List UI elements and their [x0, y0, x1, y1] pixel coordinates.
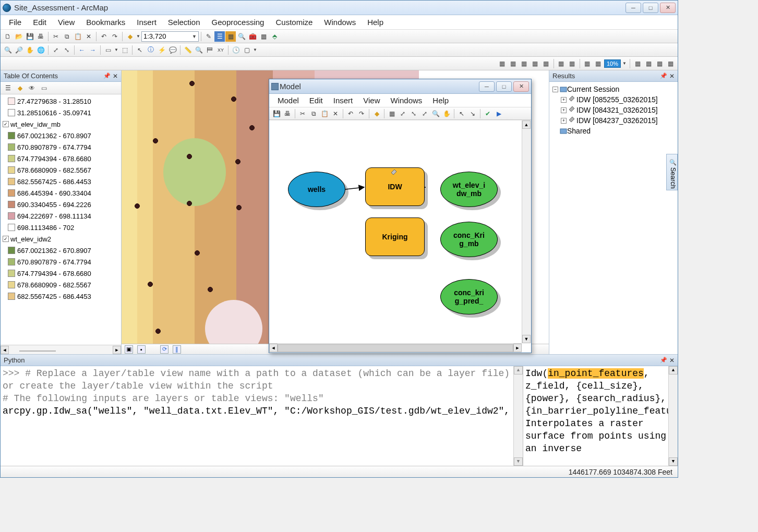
model-minimize-button[interactable]: ─ — [479, 81, 495, 92]
expand-icon[interactable]: + — [561, 107, 567, 113]
measure-icon[interactable]: 📏 — [183, 45, 193, 55]
model-titlebar[interactable]: Model ─ □ ✕ — [269, 79, 531, 94]
menu-customize[interactable]: Customize — [270, 16, 318, 28]
scroll-down-icon[interactable]: ▼ — [669, 457, 678, 466]
print-icon[interactable]: 🖶 — [35, 31, 46, 42]
search-window-icon[interactable]: 🔍 — [236, 31, 247, 42]
list-by-selection-icon[interactable]: ▭ — [39, 83, 49, 93]
connect-tool-icon[interactable]: ↘ — [467, 108, 478, 119]
ia-btn-3[interactable]: ▦ — [519, 58, 530, 69]
editor-toolbar-icon[interactable]: ✎ — [203, 31, 214, 42]
fixed-zoom-out-icon[interactable]: ⤢ — [419, 108, 430, 119]
run-model-icon[interactable]: ▶ — [494, 108, 504, 119]
ia-btn-4[interactable]: ▦ — [530, 58, 540, 69]
menu-edit[interactable]: Edit — [28, 16, 52, 28]
model-tool-kriging[interactable]: Kriging — [365, 217, 425, 256]
model-paste-icon[interactable]: 📋 — [319, 108, 330, 119]
back-extent-icon[interactable]: ← — [77, 45, 87, 55]
model-output-krig[interactable]: conc_Kri g_mb — [440, 222, 498, 257]
ia-btn-8[interactable]: ▦ — [582, 58, 593, 69]
toc-class[interactable]: 690.3340455 - 694.2226 — [1, 199, 121, 210]
results-item[interactable]: + IDW [085255_03262015] — [552, 94, 675, 105]
toc-class[interactable]: 674.7794394 - 678.6680 — [1, 268, 121, 279]
ia-btn-5[interactable]: ▦ — [541, 58, 551, 69]
delete-icon[interactable]: ✕ — [83, 31, 94, 42]
time-slider-icon[interactable]: 🕓 — [231, 45, 241, 55]
model-menu-windows[interactable]: Windows — [385, 94, 427, 106]
menu-help[interactable]: Help — [362, 16, 389, 28]
list-by-visibility-icon[interactable]: 👁 — [27, 83, 37, 93]
results-root[interactable]: − Current Session — [552, 84, 675, 94]
toc-class[interactable]: 27.47279638 - 31.28510 — [1, 95, 121, 107]
add-data-dropdown-icon[interactable]: ▼ — [136, 31, 141, 42]
toc-h-scrollbar[interactable]: ◄ ► — [1, 345, 121, 354]
menu-geoprocessing[interactable]: Geoprocessing — [207, 16, 270, 28]
python-console[interactable]: >>> # Replace a layer/table view name wi… — [1, 366, 523, 466]
model-menu-view[interactable]: View — [358, 94, 385, 106]
model-menu-model[interactable]: Model — [272, 94, 304, 106]
paste-icon[interactable]: 📋 — [73, 31, 83, 42]
model-cut-icon[interactable]: ✂ — [297, 108, 308, 119]
results-shared[interactable]: Shared — [552, 126, 675, 136]
collapse-icon[interactable]: − — [552, 87, 558, 92]
fixed-zoom-in-icon[interactable]: ⤡ — [408, 108, 419, 119]
validate-model-icon[interactable]: ✔ — [483, 108, 493, 119]
py-left-scrollbar[interactable]: ▲ ▼ — [513, 366, 523, 466]
results-item[interactable]: + IDW [084237_03262015] — [552, 115, 675, 126]
toc-class[interactable]: 670.8907879 - 674.7794 — [1, 141, 121, 153]
expand-icon[interactable]: + — [561, 97, 567, 103]
ia-btn-12[interactable]: ▦ — [654, 58, 665, 69]
pause-drawing-button[interactable]: ‖ — [173, 345, 181, 354]
toolbox-icon[interactable]: 🧰 — [247, 31, 258, 42]
clear-selection-icon[interactable]: ⬚ — [119, 45, 130, 55]
ia-btn-11[interactable]: ▦ — [643, 58, 654, 69]
scroll-right-icon[interactable]: ► — [113, 346, 121, 354]
toc-class[interactable]: 678.6680909 - 682.5567 — [1, 164, 121, 176]
redo-icon[interactable]: ↷ — [110, 31, 120, 42]
model-h-scrollbar[interactable]: ◄ ► — [269, 343, 522, 353]
zoom-out-icon[interactable]: 🔎 — [14, 45, 24, 55]
list-by-drawing-icon[interactable]: ☰ — [3, 83, 13, 93]
zoom-in-icon[interactable]: 🔍 — [3, 45, 13, 55]
menu-selection[interactable]: Selection — [163, 16, 206, 28]
full-extent-icon[interactable]: 🌐 — [35, 45, 46, 55]
search-tab[interactable]: 🔍 Search — [666, 154, 678, 190]
toc-class[interactable]: 678.6680909 - 682.5567 — [1, 279, 121, 291]
ia-btn-13[interactable]: ▦ — [665, 58, 676, 69]
checkbox[interactable]: ✓ — [3, 121, 9, 127]
checkbox[interactable]: ✓ — [3, 236, 9, 242]
new-document-icon[interactable]: 🗋 — [3, 31, 13, 42]
model-canvas[interactable]: wells IDW wt_elev_i dw_mb Kriging conc_K… — [269, 120, 531, 353]
ia-btn-7[interactable]: ▦ — [567, 58, 577, 69]
forward-extent-icon[interactable]: → — [88, 45, 98, 55]
menu-view[interactable]: View — [53, 16, 80, 28]
model-output-pred[interactable]: conc_kri g_pred_ — [440, 279, 498, 315]
save-icon[interactable]: 💾 — [25, 31, 35, 42]
model-delete-icon[interactable]: ✕ — [330, 108, 341, 119]
select-dropdown-icon[interactable]: ▼ — [114, 45, 119, 55]
zoom-tool-icon[interactable]: 🔍 — [430, 108, 441, 119]
minimize-button[interactable]: ─ — [625, 3, 641, 13]
model-v-scrollbar[interactable]: ▲ ▼ — [522, 120, 531, 343]
list-by-source-icon[interactable]: ◆ — [15, 83, 25, 93]
viewer-dropdown-icon[interactable]: ▼ — [252, 45, 258, 55]
model-node-wells[interactable]: wells — [288, 172, 345, 207]
model-tool-idw[interactable]: IDW — [365, 167, 425, 206]
scroll-down-icon[interactable]: ▼ — [514, 457, 523, 466]
results-item[interactable]: + IDW [084321_03262015] — [552, 105, 675, 115]
select-elements-icon[interactable]: ↖ — [135, 45, 145, 55]
cut-icon[interactable]: ✂ — [51, 31, 61, 42]
model-save-icon[interactable]: 💾 — [271, 108, 282, 119]
html-popup-icon[interactable]: 💬 — [167, 45, 178, 55]
add-data-icon[interactable]: ◆ — [125, 31, 135, 42]
hyperlink-icon[interactable]: ⚡ — [157, 45, 167, 55]
toc-class[interactable]: 682.5567425 - 686.4453 — [1, 176, 121, 187]
menu-windows[interactable]: Windows — [319, 16, 361, 28]
toc-class[interactable]: 674.7794394 - 678.6680 — [1, 153, 121, 164]
ia-btn-10[interactable]: ▦ — [632, 58, 643, 69]
pan-icon[interactable]: ✋ — [25, 45, 35, 55]
model-menu-edit[interactable]: Edit — [304, 94, 328, 106]
menu-insert[interactable]: Insert — [131, 16, 162, 28]
close-panel-icon[interactable]: ✕ — [113, 72, 118, 80]
scroll-down-icon[interactable]: ▼ — [522, 335, 531, 343]
